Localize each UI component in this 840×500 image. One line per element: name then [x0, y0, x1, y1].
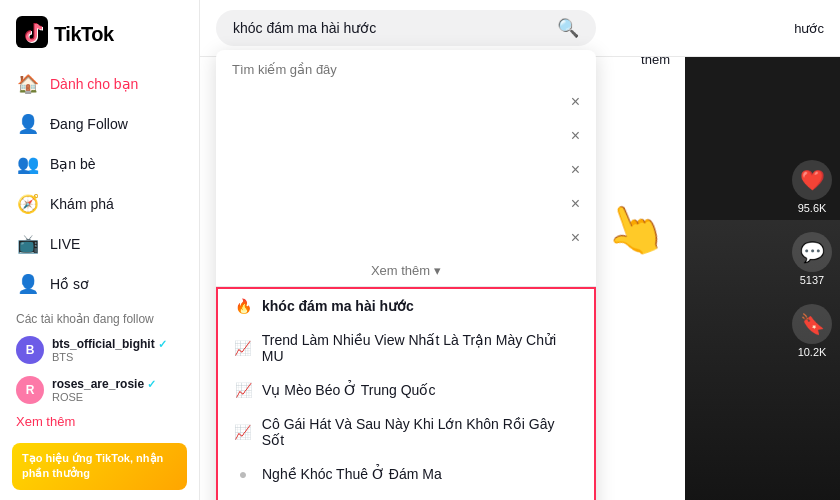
see-more-dropdown[interactable]: Xem thêm ▾ [216, 255, 596, 287]
search-wrapper: 🔍 [216, 10, 596, 46]
tiktok-logo-icon [16, 16, 48, 52]
search-input[interactable] [233, 20, 557, 36]
trending-icon-2: 📈 [234, 340, 252, 356]
explore-icon: 🧭 [16, 192, 40, 216]
verified-icon-bts: ✓ [158, 338, 167, 351]
nav-profile[interactable]: 👤 Hồ sơ [0, 264, 199, 304]
following-icon: 👤 [16, 112, 40, 136]
home-icon: 🏠 [16, 72, 40, 96]
promo-banner[interactable]: Tạo hiệu ứng TikTok, nhận phần thưởng [12, 443, 187, 490]
search-button[interactable]: 🔍 [557, 17, 579, 39]
suggestion-2[interactable]: 📈 Trend Làm Nhiều View Nhất Là Trận Mày … [218, 323, 594, 373]
logo-text: TikTok [54, 23, 114, 46]
suggestion-1[interactable]: 🔥 khóc đám ma hài hước [218, 289, 594, 323]
fire-icon: 🔥 [234, 298, 252, 314]
friends-icon: 👥 [16, 152, 40, 176]
like-button[interactable]: ❤️ 95.6K [792, 160, 832, 214]
suggestion-6[interactable]: ● ôi anh ơi hôm qua cưới nói âm âm [218, 491, 594, 500]
close-recent-5[interactable]: × [571, 229, 580, 247]
close-recent-3[interactable]: × [571, 161, 580, 179]
search-dropdown: Tìm kiếm gần đây × × × × [216, 50, 596, 500]
dot-icon-5: ● [234, 466, 252, 482]
video-interactions: ❤️ 95.6K 💬 5137 🔖 10.2K [792, 160, 832, 358]
promo-text: Tạo hiệu ứng TikTok, nhận phần thưởng [22, 451, 177, 482]
followed-account-rose[interactable]: R roses_are_rosie ✓ ROSE [0, 370, 199, 410]
comment-icon: 💬 [792, 232, 832, 272]
trending-icon-3: 📈 [234, 382, 252, 398]
search-container: 🔍 Tìm kiếm gần đây × × × [216, 10, 596, 46]
live-icon: 📺 [16, 232, 40, 256]
avatar-rose: R [16, 376, 44, 404]
recent-item-5[interactable]: × [216, 221, 596, 255]
recent-item-2[interactable]: × [216, 119, 596, 153]
recent-item-4[interactable]: × [216, 187, 596, 221]
bookmark-button[interactable]: 🔖 10.2K [792, 304, 832, 358]
recent-item-1[interactable]: × [216, 85, 596, 119]
top-bar: 🔍 Tìm kiếm gần đây × × × [200, 0, 840, 57]
video-panel: Follow ❤️ 95.6K 💬 5137 🔖 10.2K [685, 0, 840, 500]
nav-live[interactable]: 📺 LIVE [0, 224, 199, 264]
suggestions-section: 🔥 khóc đám ma hài hước 📈 Trend Làm Nhiều… [216, 287, 596, 500]
followed-account-bts[interactable]: B bts_official_bighit ✓ BTS [0, 330, 199, 370]
comment-button[interactable]: 💬 5137 [792, 232, 832, 286]
verified-icon-rose: ✓ [147, 378, 156, 391]
recent-item-3[interactable]: × [216, 153, 596, 187]
nav-for-you[interactable]: 🏠 Dành cho bạn [0, 64, 199, 104]
suggestion-5[interactable]: ● Nghề Khóc Thuê Ở Đám Ma [218, 457, 594, 491]
following-section-title: Các tài khoản đang follow [0, 304, 199, 330]
close-recent-1[interactable]: × [571, 93, 580, 111]
nav-following[interactable]: 👤 Đang Follow [0, 104, 199, 144]
heart-icon: ❤️ [792, 160, 832, 200]
recent-title: Tìm kiếm gần đây [216, 50, 596, 85]
close-recent-2[interactable]: × [571, 127, 580, 145]
avatar-bts: B [16, 336, 44, 364]
close-recent-4[interactable]: × [571, 195, 580, 213]
hand-cursor-icon: 👆 [595, 191, 673, 267]
chevron-down-icon: ▾ [434, 263, 441, 278]
logo-area: TikTok [0, 8, 199, 64]
suggestion-3[interactable]: 📈 Vụ Mèo Béo Ở Trung Quốc [218, 373, 594, 407]
trending-icon-4: 📈 [234, 424, 252, 440]
nav-explore[interactable]: 🧭 Khám phá [0, 184, 199, 224]
nav-friends[interactable]: 👥 Bạn bè [0, 144, 199, 184]
suggestion-4[interactable]: 📈 Cô Gái Hát Và Sau Này Khi Lớn Khôn Rồi… [218, 407, 594, 457]
partial-text-1: hước [794, 21, 824, 36]
sidebar: TikTok 🏠 Dành cho bạn 👤 Đang Follow 👥 Bạ… [0, 0, 200, 500]
see-more-accounts[interactable]: Xem thêm [0, 410, 199, 433]
bookmark-icon: 🔖 [792, 304, 832, 344]
profile-icon: 👤 [16, 272, 40, 296]
